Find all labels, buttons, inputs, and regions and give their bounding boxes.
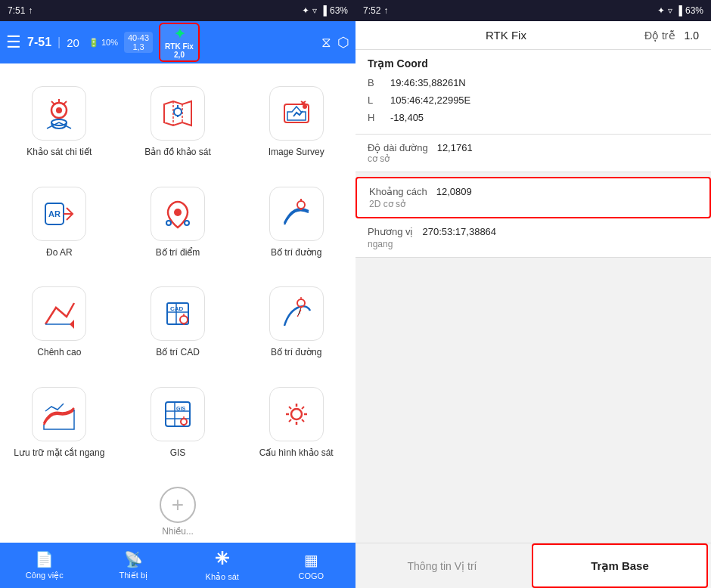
khoang-cach-row: Khoảng cách 12,0809: [369, 186, 697, 197]
grid-item-luu-tru[interactable]: Lưu trữ mặt cắt ngang: [0, 372, 119, 472]
rtk-fix-label: RTK Fix: [368, 29, 644, 42]
phuong-vi-label: Phương vị: [368, 226, 413, 237]
chenh-cao-icon-wrap: [32, 286, 86, 341]
svg-point-15: [297, 201, 305, 209]
grid-label-gis: GIS: [170, 447, 186, 460]
upload-icon-right: ↑: [383, 5, 388, 16]
right-spacer: [356, 258, 711, 543]
do-dai-label: Độ dài đường: [368, 142, 428, 153]
khoang-cach-sub: 2D cơ sở: [369, 199, 697, 209]
svg-text:AR: AR: [48, 209, 61, 218]
grid-item-bo-tri-cad[interactable]: CAD Bố trí CAD: [119, 271, 238, 372]
right-status-bar: 7:52 ↑ ✦ ▿ ▐ 63%: [356, 0, 711, 21]
status-left: 7:51 ↑: [8, 5, 33, 16]
nav-thiet-bi[interactable]: 📡 Thiết bị: [89, 543, 179, 588]
main-grid: Khảo sát chi tiết Bản đồ khảo sát: [0, 63, 356, 479]
svg-text:GIS: GIS: [176, 406, 185, 411]
coord-l-label: L: [368, 94, 390, 106]
coord-b-value: 19:46:35,88261N: [390, 77, 466, 88]
tram-coord-title: Trạm Coord: [368, 57, 699, 70]
wifi-icon: ▿: [312, 5, 317, 16]
do-tre-label: Độ trễ: [644, 29, 675, 42]
svg-point-8: [303, 104, 307, 109]
grid-item-bo-tri-diem[interactable]: Bố trí điểm: [119, 172, 238, 272]
grid-item-cau-hinh[interactable]: Cấu hình khảo sát: [237, 372, 356, 472]
wifi-icon-right: ▿: [668, 5, 672, 16]
do-tre-value: 1.0: [685, 29, 699, 42]
svg-point-12: [174, 209, 182, 216]
svg-point-25: [181, 419, 187, 425]
satellite-info: 40-43 1,3: [124, 32, 153, 53]
tram-base-btn[interactable]: Trạm Base: [532, 543, 708, 588]
phuong-vi-value: 270:53:17,38864: [422, 226, 496, 237]
rtk-fix-box: ✦ RTK Fix 2,0: [159, 23, 200, 62]
status-right: ✦ ▿ ▐ 63%: [302, 5, 348, 16]
nav-right-icons: ⧖ ⬡: [321, 34, 349, 51]
bluetooth-icon: ✦: [302, 5, 309, 16]
grid-item-khao-sat-chi-tiet[interactable]: Khảo sát chi tiết: [0, 71, 119, 172]
upload-icon-left: ↑: [28, 5, 33, 16]
battery-left: 63%: [330, 5, 348, 16]
grid-item-ban-do-khao-sat[interactable]: Bản đồ khảo sát: [119, 71, 238, 172]
more-label: Nhiều...: [0, 526, 356, 543]
nav-cong-viec[interactable]: 📄 Công việc: [0, 543, 89, 588]
time-right: 7:52: [363, 5, 380, 16]
coord-l-value: 105:46:42,22995E: [390, 94, 470, 106]
battery-right: 63%: [685, 5, 703, 16]
nav-num: 20: [67, 36, 79, 49]
grid-item-bo-tri-duong[interactable]: Bố trí đường: [237, 172, 356, 272]
grid-item-gis[interactable]: GIS GIS: [119, 372, 238, 472]
cogo-icon: ▦: [304, 551, 318, 569]
coord-h-row: H -18,405: [368, 109, 699, 126]
do-dai-section: Độ dài đường 12,1761 cơ sở: [356, 135, 711, 172]
khao-sat-chi-tiet-icon-wrap: [32, 86, 86, 141]
grid-label-bo-tri-diem: Bố trí điểm: [156, 247, 200, 259]
thong-tin-vi-tri-label: Thông tin Vị trí: [408, 560, 477, 572]
menu-icon[interactable]: ☰: [6, 32, 21, 52]
thiet-bi-label: Thiết bị: [119, 571, 147, 580]
tram-coord-section: Trạm Coord B 19:46:35,88261N L 105:46:42…: [356, 50, 711, 135]
battery-nav: 🔋 10%: [88, 38, 118, 48]
top-nav-left: ☰ 7-51 | 20 🔋 10% 40-43 1,3 ✦ RTK Fix 2,…: [0, 21, 356, 63]
cong-viec-label: Công việc: [26, 571, 64, 580]
bt-icon-right: ✦: [657, 5, 665, 16]
svg-point-26: [291, 409, 302, 419]
image-survey-icon-wrap: [269, 86, 324, 141]
nav-cogo[interactable]: ▦ COGO: [267, 543, 356, 588]
phuong-vi-section: Phương vị 270:53:17,38864 ngang: [356, 218, 711, 258]
time-left: 7:51: [8, 5, 25, 16]
bo-tri-cad-icon-wrap: CAD: [151, 286, 205, 341]
bo-tri-duong2-icon-wrap: [269, 286, 324, 341]
coord-h-label: H: [368, 112, 390, 123]
svg-point-13: [166, 221, 171, 225]
luu-tru-icon-wrap: [32, 387, 86, 441]
rtk-star-icon: ✦: [174, 26, 185, 42]
coord-b-label: B: [368, 77, 390, 88]
nav-khao-sat[interactable]: Khảo sát: [178, 543, 267, 588]
grid-label-bo-tri-duong: Bố trí đường: [271, 247, 321, 259]
do-dai-sub: cơ sở: [368, 153, 699, 164]
bo-tri-duong-icon-wrap: [269, 187, 324, 241]
grid-item-do-ar[interactable]: AR Đo AR: [0, 172, 119, 272]
svg-point-2: [56, 107, 62, 113]
grid-label-luu-tru: Lưu trữ mặt cắt ngang: [14, 447, 104, 460]
add-button-row: +: [0, 479, 356, 526]
cau-hinh-icon-wrap: [269, 387, 324, 441]
svg-point-21: [180, 316, 188, 323]
tram-base-label: Trạm Base: [591, 559, 649, 573]
do-dai-value: 12,1761: [437, 142, 473, 153]
svg-point-14: [185, 221, 189, 225]
thong-tin-vi-tri-btn[interactable]: Thông tin Vị trí: [356, 543, 529, 588]
grid-label-ban-do-khao-sat: Bản đồ khảo sát: [144, 147, 211, 159]
cong-viec-icon: 📄: [35, 550, 54, 568]
grid-item-bo-tri-duong2[interactable]: Bố trí đường: [237, 271, 356, 372]
grid-item-chenh-cao[interactable]: Chênh cao: [0, 271, 119, 372]
grid-label-image-survey: Image Survey: [269, 147, 324, 159]
grid-item-image-survey[interactable]: Image Survey: [237, 71, 356, 172]
khao-sat-icon: [214, 549, 231, 570]
khoang-cach-value: 12,0809: [436, 186, 472, 197]
add-button[interactable]: +: [160, 487, 196, 523]
grid-label-chenh-cao: Chênh cao: [37, 347, 81, 359]
right-status-left: 7:52 ↑: [363, 5, 388, 16]
cogo-label: COGO: [298, 571, 324, 580]
